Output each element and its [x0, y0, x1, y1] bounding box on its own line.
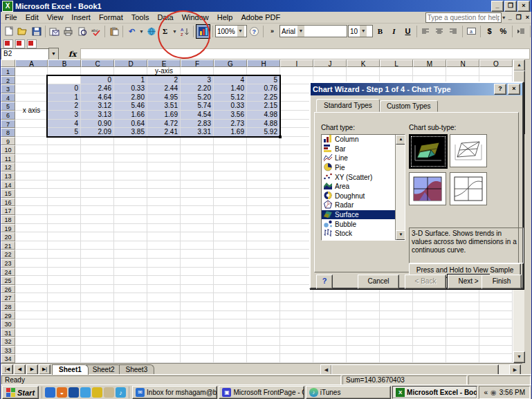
cell-F19[interactable]	[181, 224, 214, 233]
cell-B14[interactable]	[48, 180, 81, 189]
cell-H7[interactable]: 4.88	[247, 120, 280, 129]
cell-F5[interactable]: 5.74	[181, 102, 214, 111]
chart-type-xy-scatter-[interactable]: XY (Scatter)	[322, 172, 405, 182]
cell-C25[interactable]	[81, 276, 114, 285]
cell-A25[interactable]	[15, 276, 48, 285]
cell-D22[interactable]	[114, 250, 147, 259]
cell-O28[interactable]	[479, 302, 513, 311]
cell-A20[interactable]	[15, 232, 48, 241]
cell-N1[interactable]	[446, 67, 479, 76]
cell-B27[interactable]	[48, 293, 81, 302]
cell-B33[interactable]	[48, 346, 81, 355]
cell-F14[interactable]	[181, 180, 214, 189]
row-header-18[interactable]: 18	[1, 215, 15, 224]
open-icon[interactable]	[16, 25, 29, 38]
chart-type-line[interactable]: Line	[322, 154, 405, 163]
row-header-3[interactable]: 3	[1, 84, 15, 93]
column-header-K[interactable]: K	[347, 59, 380, 67]
media-player-icon[interactable]	[45, 387, 55, 398]
cell-D33[interactable]	[114, 346, 147, 355]
cell-G6[interactable]: 3.56	[214, 111, 247, 120]
cell-I17[interactable]	[280, 206, 313, 215]
cell-H32[interactable]	[247, 337, 280, 346]
cell-G21[interactable]	[214, 241, 247, 250]
cell-H2[interactable]: 5	[247, 76, 280, 85]
horizontal-scrollbar[interactable]: ◀ ▶	[320, 364, 521, 375]
cell-H12[interactable]	[247, 163, 280, 171]
cell-I16[interactable]	[280, 198, 313, 207]
cell-J34[interactable]	[313, 354, 347, 363]
cell-H10[interactable]	[247, 145, 280, 154]
cell-F3[interactable]: 2.20	[181, 84, 214, 93]
cell-C34[interactable]	[81, 354, 114, 363]
cell-G1[interactable]	[214, 67, 247, 76]
cell-E4[interactable]: 4.95	[147, 93, 181, 102]
cell-C2[interactable]: 0	[81, 76, 114, 85]
cell-D17[interactable]	[114, 206, 147, 215]
first-sheet-icon[interactable]: |◀	[1, 364, 13, 375]
column-header-L[interactable]: L	[380, 59, 413, 67]
cell-D6[interactable]: 1.66	[114, 111, 147, 120]
cell-I29[interactable]	[280, 311, 313, 320]
cell-M1[interactable]	[413, 67, 446, 76]
cell-C5[interactable]: 3.12	[81, 102, 114, 111]
column-header-N[interactable]: N	[446, 59, 479, 67]
cell-A18[interactable]	[15, 215, 48, 224]
sheet-tab-sheet1[interactable]: Sheet1	[52, 364, 89, 375]
cell-H34[interactable]	[247, 354, 280, 363]
cell-F17[interactable]	[181, 206, 214, 215]
row-header-19[interactable]: 19	[1, 224, 15, 233]
cell-H4[interactable]: 2.25	[247, 93, 280, 102]
cell-I9[interactable]	[280, 137, 313, 146]
cell-D21[interactable]	[114, 241, 147, 250]
cell-I30[interactable]	[280, 319, 313, 328]
cell-C23[interactable]	[81, 259, 114, 268]
cell-B12[interactable]	[48, 163, 81, 171]
tab-custom-types[interactable]: Custom Types	[380, 100, 438, 112]
cell-I22[interactable]	[280, 250, 313, 259]
cell-N31[interactable]	[446, 328, 479, 337]
row-header-31[interactable]: 31	[1, 328, 15, 337]
cell-E23[interactable]	[147, 259, 181, 268]
menu-format[interactable]: Format	[95, 12, 127, 22]
cell-C18[interactable]	[81, 215, 114, 224]
cell-C21[interactable]	[81, 241, 114, 250]
cell-H17[interactable]	[247, 206, 280, 215]
cell-H22[interactable]	[247, 250, 280, 259]
cell-F13[interactable]	[181, 171, 214, 180]
cell-G24[interactable]	[214, 268, 247, 277]
cell-A23[interactable]	[15, 259, 48, 268]
cell-G3[interactable]: 1.40	[214, 84, 247, 93]
undo-dropdown-icon[interactable]: ▼	[139, 29, 144, 34]
cell-B3[interactable]: 0	[48, 84, 81, 93]
cell-I20[interactable]	[280, 232, 313, 241]
list-scroll-up-icon[interactable]: ▲	[396, 135, 405, 145]
cell-F21[interactable]	[181, 241, 214, 250]
cell-M33[interactable]	[413, 346, 446, 355]
cell-D19[interactable]	[114, 224, 147, 233]
cell-E7[interactable]: 4.72	[147, 120, 181, 129]
cell-G4[interactable]: 5.12	[214, 93, 247, 102]
autosum-icon[interactable]: Σ	[158, 25, 172, 38]
cell-E26[interactable]	[147, 285, 181, 294]
cell-A8[interactable]	[15, 128, 48, 137]
scroll-up-icon[interactable]: ▲	[513, 59, 525, 71]
menu-file[interactable]: File	[1, 12, 21, 22]
cell-I2[interactable]	[280, 76, 313, 85]
list-scroll-down-icon[interactable]: ▼	[396, 230, 405, 240]
menu-data[interactable]: Data	[153, 12, 177, 22]
column-header-C[interactable]: C	[81, 59, 114, 67]
cell-D24[interactable]	[114, 268, 147, 277]
cell-E10[interactable]	[147, 145, 181, 154]
cell-D30[interactable]	[114, 319, 147, 328]
cell-A4[interactable]	[15, 93, 48, 102]
cell-E1[interactable]	[147, 67, 181, 76]
cell-D4[interactable]: 2.80	[114, 93, 147, 102]
row-header-30[interactable]: 30	[1, 319, 15, 328]
row-header-10[interactable]: 10	[1, 145, 15, 154]
menu-window[interactable]: Window	[178, 12, 213, 22]
cell-E27[interactable]	[147, 293, 181, 302]
thunderbird-icon[interactable]	[68, 387, 79, 398]
cell-I10[interactable]	[280, 145, 313, 154]
cell-J30[interactable]	[313, 319, 347, 328]
